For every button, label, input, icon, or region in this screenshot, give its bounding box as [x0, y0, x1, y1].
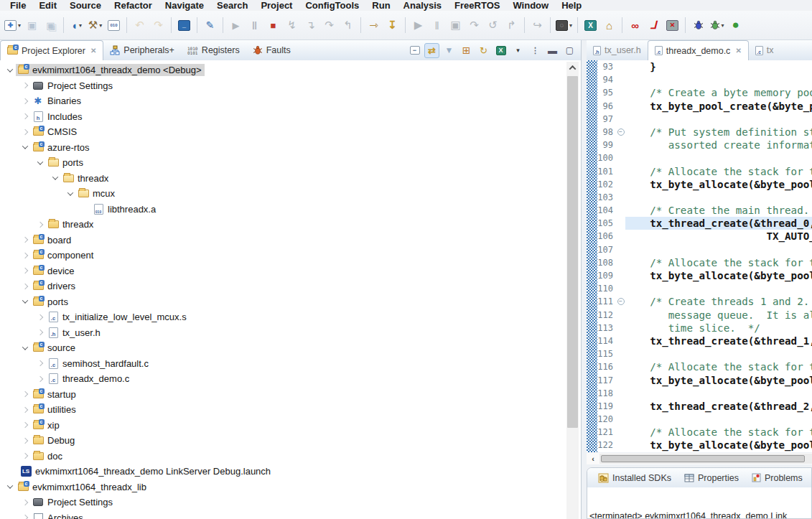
refresh-view-button[interactable]: ↻: [476, 43, 491, 58]
tree-row[interactable]: utilities: [0, 402, 581, 418]
expander-open-icon[interactable]: [49, 176, 61, 180]
tab-problems[interactable]: Problems: [746, 473, 808, 483]
tree-item[interactable]: Archives: [31, 512, 86, 519]
tab-installed-sdks[interactable]: Installed SDKs: [592, 473, 677, 483]
tab-peripherals-[interactable]: Peripherals+: [103, 40, 181, 60]
tab-registers[interactable]: 10100101Registers: [181, 40, 246, 60]
dropdown-caret-icon[interactable]: ▾: [99, 22, 102, 29]
tree-row[interactable]: drivers: [0, 279, 581, 294]
tree-row[interactable]: ports: [0, 294, 581, 310]
code-line[interactable]: 110: [597, 282, 812, 295]
build-hammer-button[interactable]: ⚒▾: [86, 16, 104, 35]
tree-row[interactable]: .csemihost_hardfault.c: [0, 356, 581, 372]
tree-item[interactable]: Project Settings: [31, 496, 116, 508]
tree-row[interactable]: 010libthreadx.a: [0, 202, 581, 218]
tree-row[interactable]: LSevkmimxrt1064_threadx_demo LinkServer …: [0, 464, 581, 480]
tree-item[interactable]: mcux: [76, 187, 118, 200]
tree-item[interactable]: hIncludes: [31, 111, 85, 123]
expander-open-icon[interactable]: [19, 299, 31, 304]
tree-row[interactable]: board: [0, 233, 581, 248]
tab-project-explorer[interactable]: Project Explorer✕: [0, 40, 103, 60]
expander-closed-icon[interactable]: [19, 130, 31, 134]
code-line[interactable]: 95 /* Create a byte memory pool from whi…: [597, 86, 812, 99]
tree-row[interactable]: mcux: [0, 186, 581, 202]
expander-closed-icon[interactable]: [19, 114, 31, 118]
tree-item[interactable]: component: [31, 249, 96, 261]
menu-project[interactable]: Project: [254, 0, 299, 11]
code-line[interactable]: 111− /* Create threads 1 and 2. These th…: [597, 295, 812, 308]
tree-item[interactable]: ports: [46, 156, 86, 169]
red-boot-button[interactable]: ⅃: [645, 16, 663, 35]
tree-row[interactable]: Project Settings: [0, 495, 581, 510]
code-line[interactable]: 122 tx_byte_allocate(&byte_pool_0, (VOID…: [597, 439, 812, 452]
expander-closed-icon[interactable]: [19, 392, 31, 396]
menu-window[interactable]: Window: [506, 0, 555, 11]
tree-row[interactable]: evkmimxrt1064_threadx_lib: [0, 480, 581, 495]
code-line[interactable]: 105 tx_thread_create(&thread_0, "thread …: [597, 217, 812, 230]
tree-item[interactable]: doc: [31, 450, 65, 462]
export-excel-button[interactable]: X: [493, 43, 508, 58]
tree-item[interactable]: ✱Binaries: [31, 95, 84, 107]
home-button[interactable]: ⌂: [600, 16, 618, 35]
tree-item[interactable]: LSevkmimxrt1064_threadx_demo LinkServer …: [19, 465, 274, 477]
editor-tab-tx-user-h[interactable]: .htx_user.h: [587, 40, 648, 60]
tree-item[interactable]: .htx_user.h: [46, 327, 103, 339]
scroll-left-icon[interactable]: ‹: [587, 454, 599, 463]
collapse-all-button[interactable]: −: [407, 43, 422, 58]
tree-item[interactable]: device: [31, 265, 78, 277]
tree-item[interactable]: .csemihost_hardfault.c: [46, 357, 151, 370]
tree-row[interactable]: evkmimxrt1064_threadx_demo <Debug>: [0, 62, 581, 78]
tree-item[interactable]: threadx: [46, 218, 96, 230]
tree-row[interactable]: device: [0, 263, 581, 279]
expander-closed-icon[interactable]: [19, 83, 31, 88]
code-line[interactable]: 117 tx_byte_allocate(&byte_pool_0, (VOID…: [597, 374, 812, 387]
tree-item[interactable]: azure-rtos: [31, 141, 93, 154]
view-caret-button[interactable]: ▾: [510, 43, 526, 58]
dropdown-caret-icon[interactable]: ▾: [569, 22, 572, 29]
code-line[interactable]: 113 time slice. */: [597, 322, 812, 335]
close-icon[interactable]: ✕: [90, 47, 96, 55]
tree-item[interactable]: evkmimxrt1064_threadx_lib: [16, 481, 149, 493]
code-line[interactable]: 121 /* Allocate the stack for thread 3. …: [597, 426, 812, 439]
show-process-lines-button[interactable]: ⇾: [365, 16, 383, 35]
close-icon[interactable]: ✕: [735, 47, 741, 55]
expander-closed-icon[interactable]: [19, 500, 31, 505]
tree-scrollbar[interactable]: [566, 62, 579, 519]
expander-closed-icon[interactable]: [19, 253, 31, 258]
menu-help[interactable]: Help: [555, 0, 588, 11]
tree-row[interactable]: ✱Binaries: [0, 93, 581, 109]
tree-item[interactable]: source: [31, 342, 78, 354]
expander-closed-icon[interactable]: [19, 454, 31, 458]
menu-run[interactable]: Run: [365, 0, 396, 11]
code-line[interactable]: 94: [597, 73, 812, 86]
expander-closed-icon[interactable]: [19, 284, 31, 289]
tree-row[interactable]: startup: [0, 387, 581, 403]
tree-item[interactable]: 010libthreadx.a: [91, 203, 159, 215]
code-line[interactable]: 120: [597, 413, 812, 426]
code-line[interactable]: 118: [597, 387, 812, 400]
menu-file[interactable]: File: [4, 0, 32, 11]
fold-collapse-icon[interactable]: −: [616, 126, 625, 139]
code-line[interactable]: 93 }: [597, 60, 812, 73]
scroll-up-icon[interactable]: [566, 62, 579, 73]
editor-hscrollbar[interactable]: ‹: [587, 453, 812, 464]
expander-open-icon[interactable]: [4, 485, 16, 489]
expander-closed-icon[interactable]: [19, 439, 31, 443]
tree-row[interactable]: threadx: [0, 171, 581, 187]
menu-navigate[interactable]: Navigate: [159, 0, 210, 11]
expander-open-icon[interactable]: [19, 145, 31, 149]
mark-occurrences-button[interactable]: ✎: [201, 16, 219, 35]
expander-open-icon[interactable]: [19, 346, 31, 350]
tree-row[interactable]: .ctx_initialize_low_level_mcux.s: [0, 309, 581, 325]
tree-item[interactable]: xip: [31, 419, 62, 431]
tree-item[interactable]: ports: [31, 296, 71, 308]
expander-closed-icon[interactable]: [34, 361, 46, 365]
code-line[interactable]: 104 /* Create the main thread. */: [597, 204, 812, 217]
fold-collapse-icon[interactable]: −: [616, 295, 625, 308]
tree-item[interactable]: board: [31, 234, 74, 246]
tree-item[interactable]: Debug: [31, 434, 78, 446]
grid-view-button[interactable]: ⊞: [459, 43, 474, 58]
expander-closed-icon[interactable]: [19, 268, 31, 273]
expander-closed-icon[interactable]: [19, 238, 31, 242]
link-with-editor-button[interactable]: ⇄: [424, 43, 439, 58]
